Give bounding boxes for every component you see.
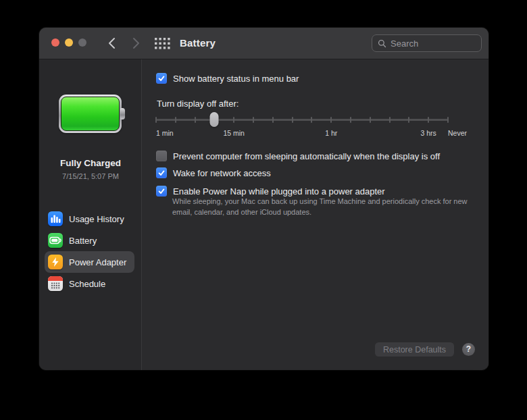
slider-tick-labels: 1 min15 min1 hr3 hrsNever bbox=[156, 129, 448, 138]
battery-preferences-window: Battery Fully Charged 7/15/21, 5:07 PM bbox=[39, 28, 488, 370]
lightning-bolt-icon bbox=[48, 255, 63, 269]
restore-defaults-button[interactable]: Restore Defaults bbox=[375, 342, 454, 357]
forward-button[interactable] bbox=[127, 34, 145, 52]
checkbox-row-prevent-sleep[interactable]: Prevent computer from sleeping automatic… bbox=[156, 151, 440, 161]
battery-state-label: Fully Charged bbox=[39, 158, 142, 168]
traffic-lights bbox=[51, 38, 86, 47]
sidebar-item-label: Schedule bbox=[69, 279, 105, 289]
slider-tick bbox=[175, 117, 176, 123]
close-button[interactable] bbox=[51, 38, 59, 47]
checkbox-row-menu-bar-status[interactable]: Show battery status in menu bar bbox=[156, 73, 299, 84]
battery-icon bbox=[48, 233, 63, 248]
power-adapter-pane: Show battery status in menu bar Turn dis… bbox=[142, 59, 488, 370]
battery-timestamp: 7/15/21, 5:07 PM bbox=[39, 172, 142, 180]
search-field[interactable] bbox=[372, 34, 482, 52]
slider-tick bbox=[428, 117, 429, 123]
slider-tick bbox=[253, 117, 254, 123]
slider-tick-label: 1 hr bbox=[325, 129, 337, 137]
help-button[interactable]: ? bbox=[462, 343, 475, 356]
bar-chart-icon bbox=[48, 211, 63, 226]
show-all-button[interactable] bbox=[155, 38, 170, 52]
display-off-slider[interactable] bbox=[156, 112, 448, 127]
sidebar-item-battery[interactable]: Battery bbox=[45, 230, 134, 251]
checkmark-icon bbox=[157, 169, 166, 177]
checkbox[interactable] bbox=[156, 186, 167, 196]
slider-tick bbox=[233, 117, 234, 123]
checkbox-label: Wake for network access bbox=[173, 168, 271, 178]
slider-tick bbox=[195, 117, 196, 123]
page-title: Battery bbox=[180, 37, 216, 49]
sidebar-item-schedule[interactable]: Schedule bbox=[45, 273, 134, 294]
checkbox-label: Prevent computer from sleeping automatic… bbox=[173, 151, 440, 161]
slider-tick-label: 3 hrs bbox=[421, 129, 436, 137]
slider-tick bbox=[350, 117, 351, 123]
checkmark-icon bbox=[157, 187, 166, 195]
slider-tick bbox=[370, 117, 371, 123]
checkbox[interactable] bbox=[156, 151, 167, 161]
slider-tick bbox=[408, 117, 409, 123]
slider-tick bbox=[311, 117, 312, 123]
calendar-icon bbox=[48, 276, 63, 291]
checkbox[interactable] bbox=[156, 167, 167, 178]
sidebar-item-label: Power Adapter bbox=[69, 257, 126, 267]
sidebar: Fully Charged 7/15/21, 5:07 PM Usage His… bbox=[39, 59, 142, 370]
slider-tick bbox=[292, 117, 293, 123]
sidebar-item-label: Battery bbox=[69, 236, 97, 246]
app-grid-icon bbox=[155, 38, 170, 49]
display-off-slider-label: Turn display off after: bbox=[157, 99, 239, 109]
sidebar-item-label: Usage History bbox=[69, 214, 124, 224]
chevron-right-icon bbox=[132, 37, 140, 49]
checkbox-row-power-nap[interactable]: Enable Power Nap while plugged into a po… bbox=[156, 186, 385, 196]
zoom-button[interactable] bbox=[78, 38, 86, 47]
minimize-button[interactable] bbox=[65, 38, 73, 47]
checkbox-label: Show battery status in menu bar bbox=[173, 74, 299, 84]
checkbox[interactable] bbox=[156, 73, 167, 84]
slider-tick bbox=[447, 117, 449, 123]
search-input[interactable] bbox=[391, 38, 476, 49]
back-button[interactable] bbox=[103, 34, 120, 52]
chevron-left-icon bbox=[108, 37, 116, 49]
full-green-battery-icon bbox=[59, 95, 122, 133]
slider-track[interactable] bbox=[156, 119, 448, 121]
slider-tick bbox=[272, 117, 274, 123]
slider-tick bbox=[155, 117, 157, 123]
sidebar-item-power-adapter[interactable]: Power Adapter bbox=[45, 251, 134, 273]
sidebar-item-usage-history[interactable]: Usage History bbox=[45, 208, 134, 230]
checkmark-icon bbox=[157, 74, 166, 82]
magnifier-icon bbox=[378, 38, 386, 49]
title-bar: Battery bbox=[39, 28, 488, 59]
checkbox-row-wake-network[interactable]: Wake for network access bbox=[156, 167, 271, 178]
slider-tick-label: 15 min bbox=[223, 129, 245, 137]
slider-tick bbox=[330, 117, 332, 123]
slider-tick bbox=[389, 117, 391, 123]
slider-tick-label: Never bbox=[448, 129, 467, 137]
slider-tick-label: 1 min bbox=[156, 129, 174, 137]
slider-knob[interactable] bbox=[210, 112, 219, 127]
checkbox-label: Enable Power Nap while plugged into a po… bbox=[173, 186, 385, 196]
power-nap-description: While sleeping, your Mac can back up usi… bbox=[172, 196, 478, 218]
